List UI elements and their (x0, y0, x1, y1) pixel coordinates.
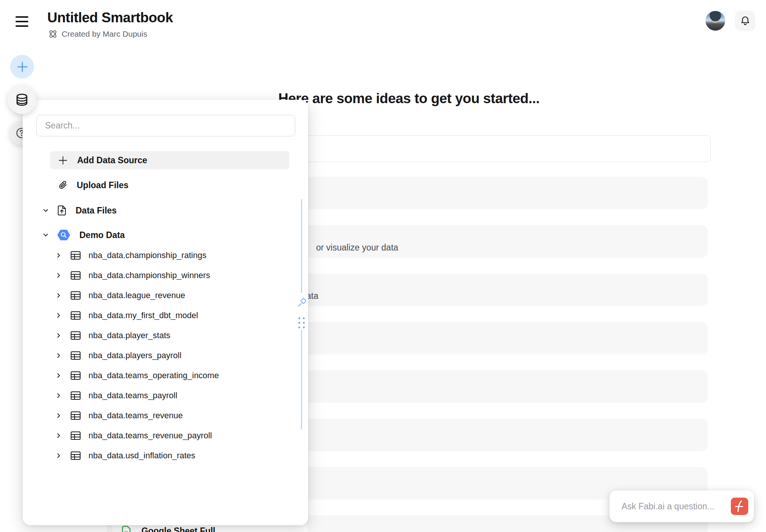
table-row[interactable]: nba_data.teams_operating_income (56, 367, 289, 385)
table-icon (70, 291, 81, 300)
chevron-right-icon[interactable] (56, 292, 61, 298)
ask-fabi-bar (609, 490, 754, 522)
chevron-right-icon[interactable] (56, 332, 61, 339)
google-sheet-label: Google Sheet Full... (141, 525, 223, 532)
table-icon (70, 451, 81, 460)
data-source-panel: Add Data Source Upload Files Data F (23, 100, 308, 525)
table-row[interactable]: nba_data.players_payroll (56, 346, 289, 365)
panel-resize-line (301, 329, 302, 430)
chevron-right-icon[interactable] (56, 393, 61, 399)
add-cell-button[interactable] (10, 55, 34, 79)
paperclip-icon (50, 180, 68, 190)
chevron-right-icon[interactable] (56, 453, 61, 459)
table-row[interactable]: nba_data.league_revenue (56, 286, 289, 305)
table-icon (70, 271, 81, 280)
created-by: Created by Marc Dupuis (48, 29, 147, 39)
created-by-label: Created by Marc Dupuis (62, 29, 147, 39)
app-window: Untitled Smartbook Created by Marc Dupui… (0, 0, 766, 532)
upload-files-button[interactable]: Upload Files (50, 176, 289, 194)
chevron-right-icon[interactable] (56, 433, 61, 439)
search-input[interactable] (36, 115, 295, 136)
sheets-icon (121, 525, 132, 532)
table-icon (70, 411, 81, 420)
table-row[interactable]: nba_data.teams_payroll (56, 387, 289, 405)
notifications-button[interactable] (735, 11, 755, 31)
table-icon (70, 371, 81, 380)
table-row[interactable]: nba_data.teams_revenue (56, 407, 289, 425)
table-icon (70, 331, 81, 340)
table-row[interactable]: nba_data.usd_inflation_rates (56, 447, 289, 465)
table-row[interactable]: nba_data.teams_revenue_payroll (56, 427, 289, 445)
chevron-right-icon[interactable] (56, 373, 61, 379)
table-icon (70, 431, 81, 440)
add-data-source-button[interactable]: Add Data Source (50, 151, 289, 169)
ask-fabi-send-button[interactable] (731, 498, 748, 515)
pin-icon[interactable] (296, 297, 308, 308)
data-sources-button[interactable] (8, 85, 36, 114)
table-row[interactable]: nba_data.championship_ratings (56, 246, 289, 264)
chevron-down-icon[interactable] (43, 207, 49, 213)
fabi-bolt-icon (731, 498, 748, 515)
table-row[interactable]: nba_data.championship_winners (56, 266, 289, 285)
menu-icon[interactable] (16, 16, 29, 27)
chevron-right-icon[interactable] (56, 252, 61, 258)
section-demo-data[interactable]: Demo Data (43, 226, 289, 244)
bigquery-icon (57, 229, 70, 241)
panel-resize-line (301, 199, 302, 293)
section-data-files[interactable]: Data Files (43, 201, 289, 220)
table-row[interactable]: nba_data.player_stats (56, 326, 289, 345)
file-upload-icon (57, 205, 67, 216)
table-icon (70, 351, 81, 360)
plus-icon (50, 155, 68, 165)
idea-card-text-fragment: or visualize your data (316, 243, 398, 253)
bell-icon (740, 15, 750, 26)
ask-fabi-input[interactable] (616, 490, 725, 522)
drag-handle-icon[interactable] (298, 317, 305, 328)
database-icon (15, 93, 29, 107)
table-row[interactable]: nba_data.my_first_dbt_model (56, 306, 289, 325)
table-icon (70, 251, 81, 260)
table-icon (70, 391, 81, 400)
plus-icon (16, 60, 29, 73)
page-title: Untitled Smartbook (47, 10, 173, 26)
avatar[interactable] (706, 11, 725, 31)
chevron-right-icon[interactable] (56, 312, 61, 319)
chevron-right-icon[interactable] (56, 413, 61, 419)
atom-icon (48, 29, 58, 39)
chevron-right-icon[interactable] (56, 353, 61, 359)
chevron-down-icon[interactable] (43, 232, 49, 238)
table-icon (70, 311, 81, 320)
chevron-right-icon[interactable] (56, 272, 61, 278)
